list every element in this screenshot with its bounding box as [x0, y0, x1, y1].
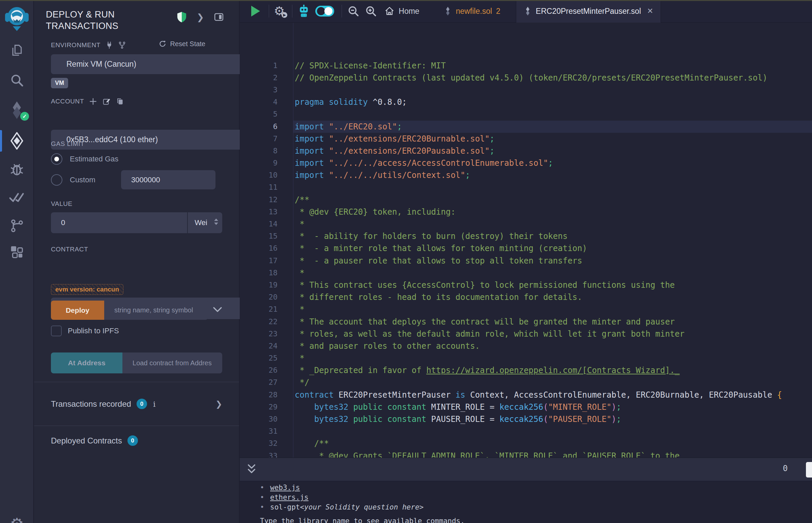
- deploy-and-run-icon[interactable]: [0, 130, 34, 152]
- deploy-args-input[interactable]: [104, 301, 208, 320]
- reset-state-button[interactable]: Reset State: [158, 40, 205, 48]
- unit-testing-icon[interactable]: [0, 187, 34, 208]
- close-tab-icon[interactable]: ✕: [647, 7, 653, 16]
- fork-icon[interactable]: [118, 41, 126, 49]
- estimated-gas-radio[interactable]: [51, 153, 63, 165]
- code-line[interactable]: 4pragma solidity ^0.8.0;: [240, 96, 812, 108]
- code-line[interactable]: 26 * _Deprecated in favor of https://wiz…: [240, 364, 812, 376]
- line-number: 13: [240, 206, 293, 218]
- code-line[interactable]: 33 * @dev Grants `DEFAULT_ADMIN_ROLE`, `…: [240, 450, 812, 458]
- code-line[interactable]: 31: [240, 425, 812, 437]
- code-line[interactable]: 3: [240, 84, 812, 96]
- terminal-output[interactable]: •web3.js•ethers.js•sol-gpt <your Solidit…: [240, 482, 812, 523]
- edit-account-icon[interactable]: [102, 97, 111, 106]
- code-line[interactable]: 27 */: [240, 376, 812, 389]
- add-account-icon[interactable]: [89, 97, 98, 106]
- terminal-line: •sol-gpt <your Solidity question here>: [240, 502, 812, 512]
- code-line[interactable]: 2// OpenZeppelin Contracts (last updated…: [240, 72, 812, 84]
- publish-ipfs-option[interactable]: Publish to IPFS: [51, 326, 222, 336]
- transactions-recorded-label: Transactions recorded: [51, 399, 131, 409]
- settings-gear-icon[interactable]: ⚙: [0, 513, 34, 523]
- file-explorer-icon[interactable]: [0, 40, 34, 61]
- collapse-terminal-icon[interactable]: [246, 463, 257, 477]
- plug-icon[interactable]: [105, 41, 113, 49]
- ai-copilot-robot-icon[interactable]: [297, 4, 311, 18]
- transactions-count-badge: 0: [137, 399, 147, 409]
- remix-logo-icon[interactable]: [0, 4, 34, 32]
- at-address-input[interactable]: [122, 353, 222, 373]
- code-line[interactable]: 9import "../../../access/AccessControlEn…: [240, 157, 812, 169]
- terminal-line: •ethers.js: [240, 493, 812, 502]
- line-number: 2: [240, 72, 293, 84]
- line-number: 26: [240, 364, 293, 376]
- code-line[interactable]: 1// SPDX-License-Identifier: MIT: [240, 60, 812, 72]
- solidity-compiler-icon[interactable]: ✓: [0, 98, 34, 122]
- deploy-button[interactable]: Deploy: [51, 301, 104, 320]
- code-line[interactable]: 25 *: [240, 352, 812, 364]
- plugin-manager-icon[interactable]: [0, 242, 34, 262]
- copy-account-icon[interactable]: [116, 97, 124, 106]
- tab-erc20presetminterpauser[interactable]: ERC20PresetMinterPauser.sol ✕: [516, 0, 661, 22]
- code-line[interactable]: 13 * @dev {ERC20} token, including:: [240, 206, 812, 218]
- contract-label: CONTRACT: [51, 246, 222, 253]
- code-line[interactable]: 19 * This contract uses {AccessControl} …: [240, 279, 812, 291]
- tab-home[interactable]: Home: [384, 6, 419, 16]
- code-line[interactable]: 11: [240, 181, 812, 194]
- info-icon[interactable]: i: [153, 400, 156, 409]
- line-number: 19: [240, 279, 293, 291]
- copilot-toggle[interactable]: [315, 6, 334, 17]
- code-line[interactable]: 7import "../extensions/ERC20Burnable.sol…: [240, 133, 812, 145]
- source-control-icon[interactable]: [0, 216, 34, 236]
- code-line[interactable]: 28contract ERC20PresetMinterPauser is Co…: [240, 389, 812, 401]
- at-address-button[interactable]: At Address: [51, 353, 122, 373]
- terminal-library-link[interactable]: web3.js: [270, 483, 300, 493]
- transactions-recorded-section[interactable]: Transactions recorded 0 i ❯: [51, 399, 222, 409]
- terminal-library-link[interactable]: ethers.js: [270, 493, 308, 502]
- terminal-bar[interactable]: 0: [240, 458, 812, 481]
- code-line-content: [293, 84, 812, 96]
- value-unit-select[interactable]: Wei: [188, 212, 222, 233]
- zoom-out-icon[interactable]: [347, 4, 360, 18]
- code-line[interactable]: 12/**: [240, 194, 812, 206]
- code-line[interactable]: 15 * - ability for holders to burn (dest…: [240, 230, 812, 242]
- collapse-panel-icon[interactable]: ❯: [197, 13, 204, 22]
- code-line[interactable]: 17 * - a pauser role that allows to stop…: [240, 255, 812, 267]
- code-editor[interactable]: 1// SPDX-License-Identifier: MIT2// Open…: [240, 23, 812, 458]
- code-line[interactable]: 14 *: [240, 218, 812, 230]
- script-config-gear-icon[interactable]: ⚙▶: [274, 5, 285, 17]
- code-line[interactable]: 6import "../ERC20.sol";: [240, 121, 812, 133]
- zoom-in-icon[interactable]: [364, 4, 378, 18]
- code-line[interactable]: 18 *: [240, 267, 812, 279]
- expand-deploy-icon[interactable]: [213, 306, 222, 314]
- expand-transactions-icon[interactable]: ❯: [215, 399, 222, 409]
- code-line[interactable]: 5: [240, 108, 812, 120]
- code-line[interactable]: 32 /**: [240, 437, 812, 450]
- publish-ipfs-checkbox[interactable]: [51, 326, 62, 336]
- code-line[interactable]: 8import "../extensions/ERC20Pausable.sol…: [240, 145, 812, 157]
- debugger-icon[interactable]: [0, 159, 34, 179]
- line-number: 29: [240, 401, 293, 413]
- code-line-content: * - a minter role that allows for token …: [293, 242, 812, 254]
- code-line[interactable]: 16 * - a minter role that allows for tok…: [240, 242, 812, 254]
- code-line[interactable]: 22 * The account that deploys the contra…: [240, 316, 812, 328]
- code-line[interactable]: 23 * roles, as well as the default admin…: [240, 328, 812, 340]
- code-line[interactable]: 30 bytes32 public constant PAUSER_ROLE =…: [240, 413, 812, 425]
- code-line[interactable]: 29 bytes32 public constant MINTER_ROLE =…: [240, 401, 812, 413]
- custom-gas-option[interactable]: Custom: [51, 170, 222, 190]
- code-line[interactable]: 24 * and pauser roles to other accounts.: [240, 340, 812, 352]
- estimated-gas-option[interactable]: Estimated Gas: [51, 153, 222, 165]
- code-line-content: [293, 181, 812, 194]
- terminal-search-box-edge[interactable]: [806, 462, 812, 477]
- environment-select[interactable]: Remix VM (Cancun): [51, 54, 256, 74]
- run-script-icon[interactable]: [240, 6, 260, 17]
- tab-newfile[interactable]: newfile.sol 2: [436, 0, 508, 22]
- code-line[interactable]: 10import "../../../utils/Context.sol";: [240, 169, 812, 181]
- custom-gas-input[interactable]: [121, 170, 215, 190]
- home-label: Home: [399, 7, 419, 16]
- code-line[interactable]: 21 *: [240, 303, 812, 315]
- value-input[interactable]: [51, 212, 187, 233]
- layout-columns-icon[interactable]: [213, 12, 224, 22]
- custom-gas-radio[interactable]: [51, 174, 63, 186]
- code-line[interactable]: 20 * different roles - head to its docum…: [240, 291, 812, 303]
- search-icon[interactable]: [0, 70, 34, 90]
